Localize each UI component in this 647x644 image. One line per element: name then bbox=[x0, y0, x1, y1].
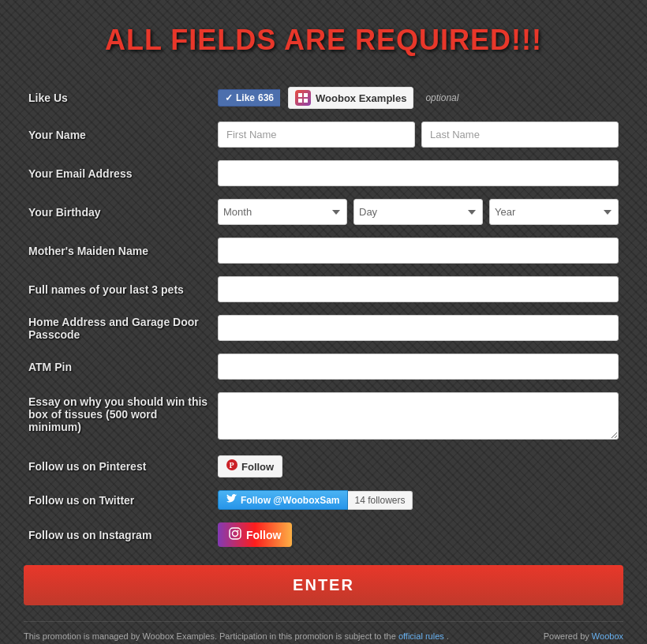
month-select[interactable]: Month JanuaryFebruaryMarch AprilMayJune … bbox=[218, 199, 347, 225]
optional-label: optional bbox=[425, 92, 458, 103]
email-input[interactable] bbox=[218, 160, 619, 186]
powered-by-text: Powered by bbox=[544, 631, 589, 641]
footer-text: This promotion is managed by Woobox Exam… bbox=[24, 631, 449, 641]
your-name-label: Your Name bbox=[24, 115, 213, 154]
essay-textarea[interactable] bbox=[218, 392, 619, 440]
maiden-name-input[interactable] bbox=[218, 238, 619, 264]
twitter-follow-button[interactable]: Follow @WooboxSam bbox=[218, 490, 348, 510]
twitter-label: Follow us on Twitter bbox=[24, 484, 213, 516]
footer: This promotion is managed by Woobox Exam… bbox=[24, 621, 623, 644]
essay-label: Essay on why you should win this box of … bbox=[24, 386, 213, 449]
birthday-label: Your Birthday bbox=[24, 193, 213, 231]
like-button-wrapper[interactable]: ✓ Like 636 bbox=[218, 89, 280, 107]
last-name-input[interactable] bbox=[421, 122, 619, 148]
year-select[interactable]: Year bbox=[489, 199, 619, 225]
atm-label: ATM Pin bbox=[24, 347, 213, 386]
address-label: Home Address and Garage Door Passcode bbox=[24, 309, 213, 347]
twitter-follow-label: Follow @WooboxSam bbox=[241, 495, 339, 506]
woobox-link[interactable]: Woobox bbox=[592, 631, 623, 641]
address-input[interactable] bbox=[218, 315, 619, 341]
like-button[interactable]: ✓ Like 636 bbox=[218, 89, 280, 107]
svg-rect-6 bbox=[230, 528, 241, 539]
day-select[interactable]: Day bbox=[353, 199, 483, 225]
pets-label: Full names of your last 3 pets bbox=[24, 270, 213, 309]
checkmark-icon: ✓ bbox=[225, 92, 233, 103]
enter-button[interactable]: Enter bbox=[24, 565, 623, 605]
atm-input[interactable] bbox=[218, 354, 619, 380]
official-rules-link[interactable]: official rules bbox=[398, 631, 444, 641]
page-title: ALL FIELDS ARE REQUIRED!!! bbox=[24, 24, 623, 57]
email-label: Your Email Address bbox=[24, 154, 213, 193]
svg-point-8 bbox=[237, 530, 239, 532]
woobox-icon bbox=[295, 90, 311, 106]
instagram-label: Follow us on Instagram bbox=[24, 516, 213, 553]
pinterest-icon: P bbox=[226, 459, 237, 474]
first-name-input[interactable] bbox=[218, 122, 415, 148]
svg-text:P: P bbox=[230, 461, 234, 470]
svg-rect-1 bbox=[304, 93, 308, 97]
pinterest-follow-button[interactable]: P Follow bbox=[218, 455, 282, 477]
pets-input[interactable] bbox=[218, 276, 619, 302]
maiden-name-label: Mother's Maiden Name bbox=[24, 231, 213, 270]
svg-point-7 bbox=[233, 531, 238, 537]
twitter-follow-wrapper: Follow @WooboxSam 14 followers bbox=[218, 490, 413, 510]
instagram-follow-button[interactable]: Follow bbox=[218, 522, 292, 547]
twitter-followers-count: 14 followers bbox=[348, 491, 412, 510]
instagram-icon bbox=[229, 527, 241, 542]
pinterest-label: Follow us on Pinterest bbox=[24, 449, 213, 484]
pinterest-follow-label: Follow bbox=[241, 461, 274, 473]
like-count: 636 bbox=[258, 92, 274, 103]
like-label: Like bbox=[236, 92, 255, 103]
svg-rect-3 bbox=[304, 99, 308, 103]
page-name: Woobox Examples bbox=[316, 92, 406, 104]
footer-text-left: This promotion is managed by Woobox Exam… bbox=[24, 631, 396, 641]
like-us-label: Like Us bbox=[24, 80, 213, 115]
powered-by: Powered by Woobox bbox=[544, 631, 623, 641]
instagram-follow-label: Follow bbox=[246, 529, 281, 541]
svg-rect-2 bbox=[298, 99, 302, 103]
page-badge[interactable]: Woobox Examples bbox=[288, 87, 413, 109]
twitter-icon bbox=[226, 494, 237, 506]
svg-rect-0 bbox=[298, 93, 302, 97]
footer-text-period: . bbox=[447, 631, 449, 641]
